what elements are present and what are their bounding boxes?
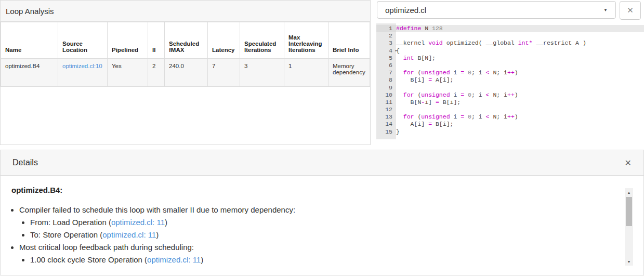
table-cell: 240.0	[165, 59, 208, 87]
code-line: 3__kernel void optimized( __global int* …	[376, 40, 644, 47]
table-cell: 3	[240, 59, 284, 87]
column-header: Source Location	[58, 22, 108, 59]
column-header: Speculated Iterations	[240, 22, 284, 59]
line-number: 14	[376, 121, 396, 128]
code-line: 5 int B[N];	[376, 55, 644, 62]
code-line: 15}	[376, 128, 644, 136]
table-cell: optimized.B4	[1, 59, 58, 87]
line-number: 8	[376, 76, 396, 84]
loop-analysis-header: Loop Analysis	[1, 1, 370, 22]
chevron-down-icon: ▼	[603, 8, 608, 12]
table-cell: Memory dependency	[328, 59, 370, 87]
line-number: 4▾	[376, 47, 396, 55]
scrollbar-thumb[interactable]	[626, 197, 632, 226]
column-header: Pipelined	[108, 22, 148, 59]
column-header: Brief Info	[328, 22, 370, 59]
line-number: 13	[376, 113, 396, 121]
details-panel: Details ✕ optimized.B4: Compiler failed …	[0, 150, 644, 275]
source-file-select-value: optimized.cl	[385, 6, 426, 15]
line-number: 2	[376, 32, 396, 40]
details-title: Details	[12, 158, 38, 167]
details-body: optimized.B4: Compiler failed to schedul…	[1, 176, 643, 266]
code-line: 10 for (unsigned i = 0; i < N; i++)	[376, 91, 644, 99]
line-number: 7	[376, 69, 396, 76]
fold-icon[interactable]: ▾	[395, 48, 397, 54]
code-line: 7 for (unsigned i = 0; i < N; i++)	[376, 69, 644, 76]
code-line: 8 B[i] = A[i];	[376, 76, 644, 84]
line-number: 12	[376, 106, 396, 113]
loop-analysis-title: Loop Analysis	[6, 7, 54, 16]
column-header: Name	[1, 22, 58, 59]
details-list: Compiler failed to schedule this loop wi…	[11, 204, 633, 266]
code-line: 6	[376, 62, 644, 69]
column-header: Latency	[208, 22, 240, 59]
scroll-up-icon[interactable]: ▲	[625, 189, 633, 196]
line-number: 15	[376, 128, 396, 136]
detail-item: To: Store Operation (optimized.cl: 11)	[30, 229, 633, 241]
code-line: 1#define N 128	[376, 25, 644, 32]
table-cell: 1	[284, 59, 328, 87]
detail-item: 1.00 clock cycle Store Operation (optimi…	[30, 254, 633, 266]
table-cell: optimized.cl:10	[58, 59, 108, 87]
code-viewer: 1#define N 12823__kernel void optimized(…	[376, 23, 644, 139]
line-number: 6	[376, 62, 396, 69]
code-line: 12	[376, 106, 644, 113]
table-cell: 7	[208, 59, 240, 87]
loop-analysis-panel: Loop Analysis NameSource LocationPipelin…	[0, 0, 371, 145]
source-file-select[interactable]: optimized.cl ▼	[377, 1, 616, 19]
source-line-link[interactable]: optimized.cl: 11	[102, 230, 156, 239]
loop-table-header-row: NameSource LocationPipelinedIIScheduled …	[1, 22, 370, 59]
line-number: 10	[376, 91, 396, 99]
loop-table-body: optimized.B4optimized.cl:10Yes2240.0731M…	[1, 59, 370, 87]
code-line: 14 A[i] = B[i];	[376, 121, 644, 128]
code-line: 13 for (unsigned i = 0; i < N; i++)	[376, 113, 644, 121]
line-number: 1	[376, 25, 396, 32]
source-line-link[interactable]: optimized.cl: 11	[147, 255, 201, 264]
loop-table: NameSource LocationPipelinedIIScheduled …	[1, 22, 370, 87]
details-scrollbar[interactable]: ▲ ▼	[625, 188, 633, 266]
table-row: optimized.B4optimized.cl:10Yes2240.0731M…	[1, 59, 370, 87]
line-number: 11	[376, 99, 396, 106]
code-line: 11 B[N-i] = B[i];	[376, 99, 644, 106]
code-panel-close-button[interactable]: ✕	[620, 1, 641, 20]
column-header: II	[148, 22, 165, 59]
line-number: 9	[376, 84, 396, 91]
close-icon: ✕	[627, 6, 634, 15]
details-header: Details ✕	[1, 150, 643, 176]
table-cell: Yes	[108, 59, 148, 87]
scroll-down-icon[interactable]: ▼	[625, 258, 633, 265]
detail-item: Compiler failed to schedule this loop wi…	[19, 204, 633, 241]
column-header: Scheduled fMAX	[165, 22, 208, 59]
detail-item: Most critical loop feedback path during …	[19, 241, 633, 266]
detail-item: From: Load Operation (optimized.cl: 11)	[30, 216, 633, 229]
table-cell: 2	[148, 59, 165, 87]
source-location-link[interactable]: optimized.cl:10	[62, 63, 102, 69]
details-close-button[interactable]: ✕	[625, 158, 632, 168]
line-number: 5	[376, 55, 396, 62]
column-header: Max Interleaving Iterations	[284, 22, 328, 59]
code-line: 4▾{	[376, 47, 644, 55]
code-line: 9	[376, 84, 644, 91]
code-line: 2	[376, 32, 644, 40]
close-icon: ✕	[625, 158, 632, 168]
source-line-link[interactable]: optimized.cl: 11	[111, 218, 165, 227]
line-number: 3	[376, 40, 396, 47]
details-heading: optimized.B4:	[11, 186, 633, 194]
